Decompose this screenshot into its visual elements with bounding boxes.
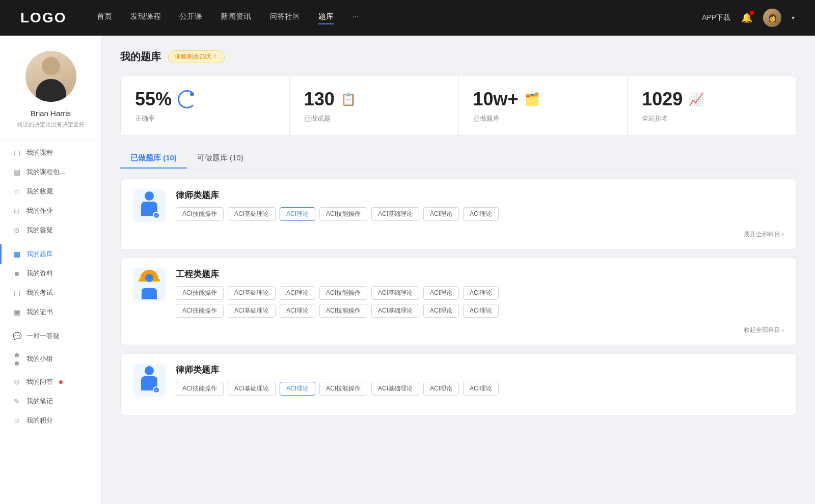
sidebar-item-mynotes[interactable]: ✎ 我的笔记 [0,391,101,411]
bank-card-lawyer-2: ✓ 律师类题库 ACI技能操作 ACI基础理论 ACI理论 ACI技能操作 AC… [120,353,797,415]
lawyer-icon-wrap-1: ✓ [133,189,166,222]
lawyer-icon-wrap-2: ✓ [133,364,166,397]
tag-e2-5[interactable]: ACI基础理论 [371,304,419,318]
tag-l2-6[interactable]: ACI理论 [423,382,459,396]
tag-l1-5[interactable]: ACI基础理论 [371,207,419,221]
bank-tags-lawyer-2: ACI技能操作 ACI基础理论 ACI理论 ACI技能操作 ACI基础理论 AC… [176,382,784,396]
tag-e1-6[interactable]: ACI理论 [423,286,459,300]
bank-footer-engineer: 收起全部科目 › [133,326,784,334]
notes-icon: ✎ [12,397,21,405]
sidebar-item-myanswer[interactable]: ⊙ 我的问答 [0,372,101,391]
sidebar-item-myexam[interactable]: ▢ 我的考试 [0,283,101,302]
tag-l1-4[interactable]: ACI技能操作 [319,207,367,221]
nav-questionbank[interactable]: 题库 [318,12,334,24]
stat-accuracy-label: 正确率 [135,114,275,123]
topnav: LOGO 首页 发现课程 公开课 新闻资讯 问答社区 题库 ··· APP下载 … [0,0,815,36]
notification-dot [750,11,754,15]
avatar[interactable]: 👩 [763,9,781,27]
tag-e2-6[interactable]: ACI理论 [423,304,459,318]
tag-e2-7[interactable]: ACI理论 [463,304,499,318]
sidebar-label-mycourse: 我的课程 [26,148,53,157]
tag-e2-2[interactable]: ACI基础理论 [228,304,276,318]
stat-rank-top: 1029 📈 [642,89,782,110]
tag-l1-1[interactable]: ACI技能操作 [176,207,224,221]
sidebar-item-myqa[interactable]: ⊙ 我的答疑 [0,220,101,240]
nav-discover[interactable]: 发现课程 [130,12,161,24]
nav-opencourse[interactable]: 公开课 [179,12,202,24]
stat-banks: 10w+ 🗂️ 已做题库 [459,76,628,135]
list-icon: 📋 [341,92,356,106]
sidebar: Brian Harris 错误的决定比没有决定要好 ▢ 我的课程 ▤ 我的课程包… [0,36,102,504]
sidebar-item-myfavorite[interactable]: ☆ 我的收藏 [0,182,101,201]
nav-qa[interactable]: 问答社区 [269,12,300,24]
sidebar-item-myprofile[interactable]: ☻ 我的资料 [0,264,101,283]
tag-l1-6[interactable]: ACI理论 [423,207,459,221]
topnav-right: APP下载 🔔 👩 ▾ [702,9,795,27]
nav-news[interactable]: 新闻资讯 [221,12,251,24]
stat-banks-label: 已做题库 [473,114,613,123]
chevron-down-icon[interactable]: ▾ [792,14,795,21]
group-icon: ☻☻ [12,351,21,367]
sidebar-item-onetoone[interactable]: 💬 一对一答疑 [0,326,101,346]
tag-l2-1[interactable]: ACI技能操作 [176,382,224,396]
tag-e1-7[interactable]: ACI理论 [463,286,499,300]
sidebar-menu: ▢ 我的课程 ▤ 我的课程包... ☆ 我的收藏 ⊟ 我的作业 ⊙ 我的答疑 ▦ [0,143,101,430]
app-download-link[interactable]: APP下载 [702,13,730,22]
nav-home[interactable]: 首页 [97,12,112,24]
tag-e2-3[interactable]: ACI理论 [280,304,315,318]
tag-l1-3[interactable]: ACI理论 [280,207,315,221]
tab-done[interactable]: 已做题库 (10) [120,148,187,168]
lawyer-figure-2: ✓ [137,366,162,395]
tag-e2-4[interactable]: ACI技能操作 [319,304,367,318]
tag-e1-2[interactable]: ACI基础理论 [228,286,276,300]
engineer-figure [136,270,162,299]
stat-banks-top: 10w+ 🗂️ [473,89,613,110]
expand-btn-engineer[interactable]: 收起全部科目 › [744,326,784,334]
check-circle-2: ✓ [153,386,160,394]
stats-grid: 55% 正确率 130 📋 已做试题 10w+ 🗂️ 已做题库 [120,76,797,136]
bank-card-lawyer-1-header: ✓ 律师类题库 ACI技能操作 ACI基础理论 ACI理论 ACI技能操作 AC… [133,189,784,222]
chart-icon: 📈 [689,92,704,106]
sidebar-label-myqa: 我的答疑 [26,226,53,235]
grid-icon: 🗂️ [525,92,540,106]
bank-card-lawyer-1: ✓ 律师类题库 ACI技能操作 ACI基础理论 ACI理论 ACI技能操作 AC… [120,179,797,249]
sidebar-avatar [25,51,76,102]
tag-l2-2[interactable]: ACI基础理论 [228,382,276,396]
avatar-image: 👩 [763,9,781,27]
sidebar-label-myanswer: 我的问答 [26,377,53,386]
sidebar-item-mycourse[interactable]: ▢ 我的课程 [0,143,101,162]
sidebar-label-myprofile: 我的资料 [26,269,53,278]
tag-l1-2[interactable]: ACI基础理论 [228,207,276,221]
trial-badge: 体验剩余23天！ [168,50,225,63]
tag-e1-1[interactable]: ACI技能操作 [176,286,224,300]
sidebar-item-mypackage[interactable]: ▤ 我的课程包... [0,162,101,182]
stat-accuracy: 55% 正确率 [121,76,290,135]
sidebar-item-mypoints[interactable]: ☺ 我的积分 [0,411,101,430]
course-icon: ▢ [12,149,21,157]
answer-badge [59,380,63,384]
notification-bell[interactable]: 🔔 [741,12,753,24]
sidebar-item-myhomework[interactable]: ⊟ 我的作业 [0,201,101,220]
tab-available[interactable]: 可做题库 (10) [187,148,254,168]
points-icon: ☺ [12,416,21,425]
engineer-icon-wrap [133,268,166,301]
sidebar-item-mycert[interactable]: ▣ 我的证书 [0,302,101,322]
tag-l2-5[interactable]: ACI基础理论 [371,382,419,396]
tag-e2-1[interactable]: ACI技能操作 [176,304,224,318]
sidebar-divider-2 [0,324,101,324]
tag-l1-7[interactable]: ACI理论 [463,207,499,221]
sidebar-item-myquestionbank[interactable]: ▦ 我的题库 [0,244,101,264]
tag-e1-5[interactable]: ACI基础理论 [371,286,419,300]
nav-more[interactable]: ··· [352,12,359,24]
tag-e1-3[interactable]: ACI理论 [280,286,315,300]
tag-l2-3[interactable]: ACI理论 [280,382,315,396]
tag-e1-4[interactable]: ACI技能操作 [319,286,367,300]
sidebar-item-mygroup[interactable]: ☻☻ 我的小组 [0,346,101,372]
stat-questions-label: 已做试题 [304,114,444,123]
expand-btn-lawyer-1[interactable]: 展开全部科目 › [744,230,784,239]
tag-l2-4[interactable]: ACI技能操作 [319,382,367,396]
bank-card-lawyer-1-body: 律师类题库 ACI技能操作 ACI基础理论 ACI理论 ACI技能操作 ACI基… [176,189,784,221]
bank-title-lawyer-2: 律师类题库 [176,364,784,376]
tag-l2-7[interactable]: ACI理论 [463,382,499,396]
bank-card-lawyer-2-header: ✓ 律师类题库 ACI技能操作 ACI基础理论 ACI理论 ACI技能操作 AC… [133,364,784,397]
